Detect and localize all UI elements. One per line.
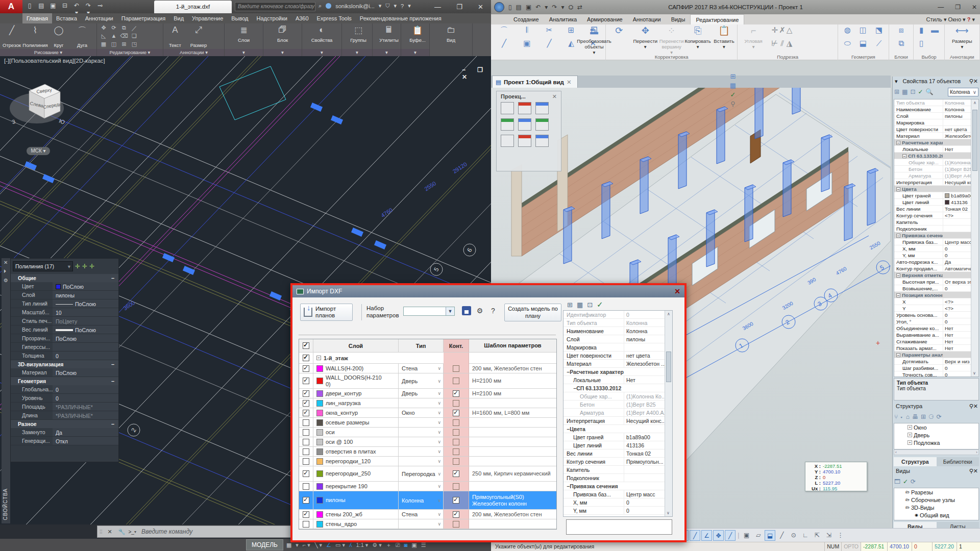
views-tool-icon[interactable]: 🗔: [894, 478, 900, 485]
modify-tool-icon[interactable]: ⊞: [119, 41, 129, 49]
sizes-button[interactable]: ⟷Размеры▾: [946, 24, 978, 50]
structure-tool-icon[interactable]: ⌂: [906, 413, 910, 420]
prop-section[interactable]: −Расчетные характеристики: [894, 139, 978, 146]
prop-row[interactable]: СглаживаниеНет: [894, 338, 978, 345]
prop-row[interactable]: Тип объектаКолонна: [894, 99, 978, 106]
views-tool-icon[interactable]: ⟳: [911, 478, 916, 485]
chevron-down-icon[interactable]: ∨: [437, 498, 441, 503]
projection-cube-icon[interactable]: [518, 102, 531, 114]
prop-row[interactable]: Возвышение,...0: [894, 285, 978, 292]
modify-tool-icon[interactable]: ❏: [129, 33, 139, 41]
chevron-down-icon[interactable]: ∨: [437, 459, 441, 464]
dlg-prop-row[interactable]: Вес линииТонкая 02: [564, 449, 672, 458]
kont-checkbox[interactable]: [453, 400, 459, 407]
modify-tool-icon[interactable]: ▲: [109, 33, 119, 41]
close-icon[interactable]: ✕: [973, 78, 978, 85]
select-tool-icon[interactable]: ▬: [928, 26, 942, 39]
prop-row[interactable]: Подколонник: [894, 226, 978, 232]
geometry-tool-icon[interactable]: ◫: [855, 26, 870, 39]
palette-row-value[interactable]: *РАЗЛИЧНЫЕ*: [53, 411, 118, 419]
bottom-tool-icon[interactable]: ⬓: [765, 530, 775, 541]
ucs-selector[interactable]: МСК ▾: [27, 147, 50, 155]
kont-checkbox[interactable]: [453, 390, 459, 397]
dlg-prop-row[interactable]: ИнтерпретацияНесущий конс...: [564, 417, 672, 425]
ribbon-button-Отрезок[interactable]: ╱Отрезок: [0, 23, 23, 49]
palette-row-value[interactable]: Откл: [53, 437, 118, 445]
dlg-prop-row[interactable]: Тип объектаКолонна: [564, 319, 672, 327]
sapfir-tool-icon[interactable]: ╱: [539, 39, 560, 52]
acad-tab-Главная[interactable]: Главная: [22, 13, 52, 23]
bottom-tool-icon[interactable]: ⇲: [823, 530, 834, 541]
view-cube[interactable]: СверхуСлеваСпередиЗЮ: [5, 77, 71, 133]
structure-tool-icon[interactable]: ⑂ ▾: [894, 413, 903, 420]
sapfir-tab-Армирование[interactable]: Армирование: [582, 14, 628, 24]
prop-row[interactable]: Капитель: [894, 219, 978, 226]
ribbon-button-Блок[interactable]: 🗇Блок: [266, 23, 299, 44]
ribbon-group-Утилиты[interactable]: ▾: [373, 49, 401, 56]
sapfir-tool-icon[interactable]: ⌒: [493, 26, 515, 39]
object-type-combo[interactable]: Колонна∨: [948, 88, 978, 96]
status-toggle-icon[interactable]: ʎ: [348, 541, 353, 548]
layer-row-пилоны[interactable]: пилоныКолонна∨Прямоугольный(S0) Железобе…: [299, 491, 556, 510]
modify-tool-icon[interactable]: ⟳: [109, 24, 119, 33]
sapfir-tool-icon[interactable]: ╱: [493, 39, 515, 52]
save-set-icon[interactable]: [462, 306, 471, 315]
ribbon-group-Блок[interactable]: ▾: [263, 49, 302, 56]
dlg-prop-row[interactable]: НаименованиеКолонна: [564, 327, 672, 335]
ribbon-button-Дуга[interactable]: ⌒Дуга: [70, 23, 94, 49]
chevron-down-icon[interactable]: ∨: [437, 379, 441, 384]
cart-icon[interactable]: ⛉: [385, 3, 389, 9]
model-space-button[interactable]: МОДЕЛЬ: [246, 539, 283, 550]
layer-checkbox[interactable]: [303, 470, 309, 477]
sapfir-close-button[interactable]: ✕: [972, 4, 977, 11]
kont-checkbox[interactable]: [453, 429, 459, 436]
account-name[interactable]: sonikslonik@i...: [335, 3, 375, 9]
chevron-down-icon[interactable]: ∨: [437, 420, 441, 425]
dlg-prop-row[interactable]: Идентификатор0: [564, 311, 672, 319]
layer-checkbox[interactable]: [303, 483, 309, 490]
geometry-tool-icon[interactable]: ⬓: [855, 39, 870, 52]
select-tool-icon[interactable]: ▮: [916, 26, 926, 39]
structure-tool-icon[interactable]: ⟳: [937, 413, 942, 420]
bottom-tool-icon[interactable]: ✥: [713, 530, 724, 541]
views-tool-icon[interactable]: ✓: [903, 478, 908, 485]
palette-object-selector[interactable]: Полилиния (17)▾: [13, 261, 73, 271]
prop-row[interactable]: МатериалЖелезобето...: [894, 133, 978, 139]
prop-row[interactable]: Общие хар...(1)Колонна К...: [894, 159, 978, 166]
layer-checkbox[interactable]: [303, 429, 309, 436]
pal-toggle-icon[interactable]: ✛: [75, 263, 80, 270]
layer-checkbox[interactable]: [303, 400, 309, 407]
tree-item-Окно[interactable]: +Окно: [894, 423, 978, 431]
parameter-set-combo[interactable]: ▼: [403, 307, 455, 316]
dialog-help-icon[interactable]: ?: [488, 306, 498, 315]
pal-pick-icon[interactable]: ✛: [82, 263, 87, 270]
import-plans-button[interactable]: ↓Импорт планов: [300, 304, 353, 321]
kont-checkbox[interactable]: [453, 511, 459, 518]
ribbon-button-Вид[interactable]: 🗀Вид: [435, 23, 468, 44]
dlg-prop-row[interactable]: X, мм0: [564, 498, 672, 507]
prop-row[interactable]: X, мм0: [894, 245, 978, 252]
ribbon-group-Свойства[interactable]: ▾: [302, 49, 341, 56]
acad-minimize-button[interactable]: —: [434, 3, 441, 11]
dialog-note-input[interactable]: [566, 519, 672, 535]
projection-cube-icon[interactable]: [518, 135, 531, 147]
trim-tool-icon[interactable]: ◮: [787, 39, 793, 52]
header-kont[interactable]: Конт.: [444, 339, 469, 352]
bottom-tool-icon[interactable]: ∟: [800, 530, 811, 541]
ribbon-button-Круг[interactable]: ◯Круг: [47, 23, 70, 49]
tree-item-Разрезы[interactable]: 🗁Разрезы: [894, 488, 978, 496]
palette-row-value[interactable]: *РАЗЛИЧНЫЕ*: [53, 403, 118, 411]
geometry-tool-icon[interactable]: ⬭: [840, 39, 854, 52]
pal-quick-icon[interactable]: ✛: [89, 263, 94, 270]
dlg-prop-row[interactable]: Бетон(1)Верт B25: [564, 400, 672, 409]
dlg-props-scrollbar[interactable]: ∧∨: [665, 311, 672, 516]
projections-close-icon[interactable]: ✕: [552, 93, 557, 100]
palette-row-value[interactable]: 0: [53, 394, 118, 402]
group-checkbox[interactable]: [303, 355, 309, 361]
dlg-prop-row[interactable]: Слойпилоны: [564, 335, 672, 343]
sapfir-doc-tab[interactable]: ▤Проект 1:Общий вид✕: [492, 76, 578, 88]
acad-tab-Надстройки[interactable]: Надстройки: [253, 13, 291, 23]
prop-row[interactable]: Y<?>: [894, 305, 978, 312]
status-toggle-icon[interactable]: ◙: [403, 541, 409, 548]
prop-row[interactable]: Вес линииТонкая 02: [894, 206, 978, 212]
